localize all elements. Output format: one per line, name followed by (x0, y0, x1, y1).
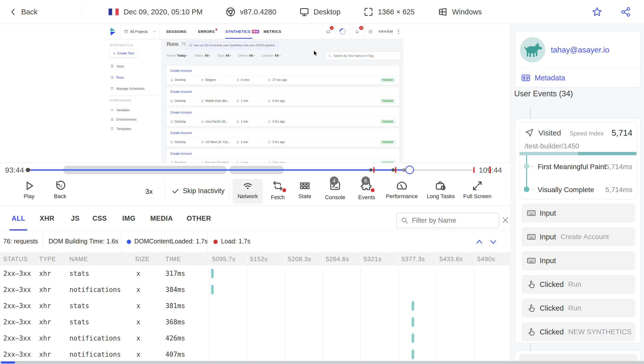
network-row[interactable]: 2xx–3xxxhrstatsx368ms (0, 314, 510, 330)
net-tab-all[interactable]: ALL (12, 215, 25, 222)
notifications-button[interactable]: 33 (350, 24, 364, 39)
net-tab-js[interactable]: JS (71, 215, 80, 222)
run-card[interactable]: Create Account Desktop Canada (Central) … (167, 149, 399, 163)
run-name-link[interactable]: Create Account (170, 152, 192, 155)
chevron-down-icon[interactable] (489, 238, 498, 246)
events-panel-button[interactable]: 6 Events (352, 180, 382, 201)
vc-dot (524, 187, 529, 192)
net-tab-img[interactable]: IMG (122, 215, 136, 222)
network-row[interactable]: 2xx–3xxxhrstatsx317ms (0, 265, 510, 282)
chevron-up-icon[interactable] (475, 238, 484, 246)
app-tab-sessions[interactable]: SESSIONS (166, 29, 186, 34)
sidebar-item-variables[interactable]: Variables (110, 107, 130, 113)
long-tasks-panel-button[interactable]: Long Tasks (426, 180, 456, 200)
kebab-icon[interactable] (396, 29, 401, 34)
event-marker-dot[interactable] (402, 168, 406, 172)
timeline-remaining[interactable] (414, 170, 473, 171)
announcements-button[interactable]: 1 (321, 24, 335, 39)
run-card[interactable]: Create Account Desktop US West (N. Cal..… (167, 128, 399, 147)
filter-device[interactable]: DeviceAll (238, 54, 255, 57)
time-tick: 5433.6s (439, 253, 463, 265)
network-row[interactable]: 2xx–3xxxhrnotificationsx426ms (0, 330, 510, 346)
fetch-panel-button[interactable]: Fetch (263, 180, 293, 201)
app-tab-errors[interactable]: ERRORS (198, 29, 215, 34)
app-user-name[interactable]: KRAIEM (379, 30, 393, 33)
event-row-input[interactable]: Input (522, 204, 635, 222)
event-row-input[interactable]: Input (522, 252, 635, 270)
error-marker[interactable] (395, 167, 396, 173)
network-row[interactable]: 2xx–3xxxhrstatsx381ms (0, 298, 510, 314)
sidebar-item-runs[interactable]: Runs (110, 74, 124, 80)
star-icon[interactable] (591, 6, 603, 17)
network-filter-input[interactable] (412, 217, 493, 224)
visited-event-card[interactable]: Visited Speed Index 5,714 /test-builder/… (519, 122, 637, 199)
horizontal-scrollbar[interactable] (0, 361, 644, 364)
state-panel-button[interactable]: State (290, 180, 320, 200)
speed-toggle[interactable]: 3x (145, 188, 153, 196)
user-email-link[interactable]: tahay@asayer.io (551, 46, 609, 55)
event-row-input[interactable]: Input Create Account (522, 228, 635, 246)
skip-inactivity-toggle[interactable]: Skip Inactivity (172, 187, 225, 195)
sidebar-item-templates[interactable]: Templates (110, 126, 131, 132)
play-button[interactable]: Play (14, 180, 44, 200)
share-icon[interactable] (620, 6, 631, 17)
time-tick: 5208.3s (288, 253, 311, 265)
col-time[interactable]: TIME (165, 253, 181, 265)
col-size[interactable]: SIZE (135, 253, 150, 265)
run-search-input[interactable] (334, 54, 397, 58)
speed-bar-dark (578, 152, 637, 155)
run-name-link[interactable]: Create Account (170, 131, 192, 135)
console-panel-button[interactable]: 4 Console (320, 180, 350, 201)
network-row[interactable]: 2xx–3xxxhrnotificationsx407ms (0, 346, 510, 361)
filter-location[interactable]: LocationAll (262, 54, 281, 57)
run-when: 27 sec ago (268, 78, 287, 82)
col-status[interactable]: STATUS (3, 253, 28, 265)
run-name-link[interactable]: Create Account (170, 111, 192, 114)
event-row-click[interactable]: Clicked NEW SYNTHETICS (522, 323, 635, 341)
network-row[interactable]: 2xx–3xxxhrnotificationsx384ms (0, 282, 510, 298)
search-icon (328, 54, 332, 58)
filter-status[interactable]: StatusAll (194, 54, 211, 57)
cli-link[interactable]: CLI (205, 44, 209, 47)
filter-type[interactable]: TypeAll (217, 54, 232, 57)
metadata-button[interactable]: Metadata (521, 73, 565, 83)
project-selector[interactable]: All Projects (120, 24, 160, 39)
close-icon[interactable] (501, 216, 509, 224)
timeline-progress[interactable] (28, 169, 410, 171)
playhead[interactable] (405, 166, 414, 174)
run-name-link[interactable]: Create Account (170, 90, 192, 94)
network-panel-button[interactable]: Network (233, 180, 263, 200)
event-row-click[interactable]: Clicked Run (522, 275, 635, 293)
error-marker[interactable] (473, 167, 475, 173)
clock-icon (268, 78, 271, 82)
col-name[interactable]: NAME (69, 253, 88, 265)
error-marker[interactable] (489, 166, 491, 173)
error-marker[interactable] (373, 167, 375, 173)
scrollbar-thumb[interactable] (1, 361, 15, 363)
sidebar-item-tests[interactable]: Tests (110, 63, 124, 69)
run-card[interactable]: Create Account Desktop Belgium 4 secs 27… (167, 66, 399, 84)
back-10-button[interactable]: 10 Back (45, 180, 75, 200)
filter-period[interactable]: PeriodToday (167, 54, 188, 57)
net-tab-css[interactable]: CSS (92, 215, 107, 222)
event-marker-dot[interactable] (369, 168, 373, 172)
run-name-link[interactable]: Create Account (170, 69, 192, 73)
gear-icon (368, 29, 373, 34)
settings-button[interactable] (364, 24, 377, 39)
app-tab-metrics[interactable]: METRICS (264, 29, 281, 34)
performance-panel-button[interactable]: Performance (384, 180, 419, 200)
net-tab-other[interactable]: OTHER (187, 215, 211, 222)
full-screen-button[interactable]: Full Screen (461, 180, 494, 200)
create-test-button[interactable]: + Create Test (109, 49, 138, 57)
net-tab-media[interactable]: MEDIA (150, 215, 173, 222)
event-row-click[interactable]: Clicked Run (522, 299, 635, 317)
back-button[interactable]: Back (10, 8, 37, 16)
col-type[interactable]: TYPE (39, 253, 56, 265)
app-tab-synthetics[interactable]: SYNTHETICS (225, 29, 250, 34)
net-tab-xhr[interactable]: XHR (40, 215, 55, 222)
run-card[interactable]: Create Account Desktop Middle East (Ba..… (167, 87, 399, 105)
sidebar-item-environments[interactable]: Environments (110, 116, 136, 122)
event-marker-dot[interactable] (391, 168, 395, 172)
run-card[interactable]: Create Account Desktop Asia Pacific (M..… (167, 108, 399, 126)
sidebar-item-manage-schedules[interactable]: Manage Schedules (110, 85, 144, 92)
